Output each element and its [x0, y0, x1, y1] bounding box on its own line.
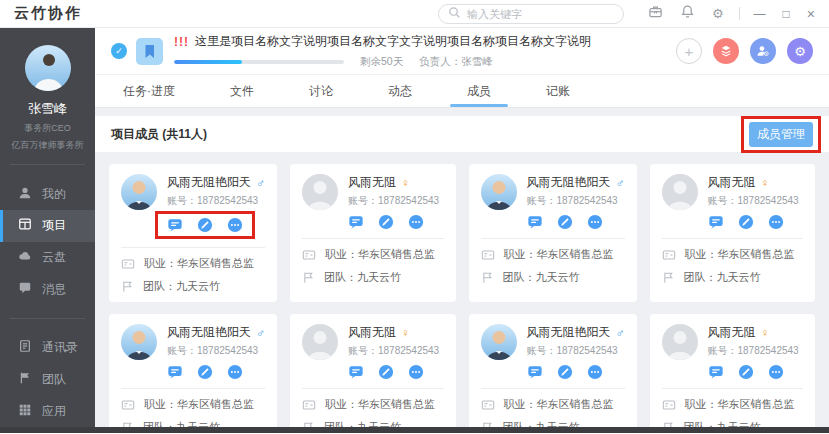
team-flag-icon	[481, 271, 494, 284]
manage-members-button[interactable]: 成员管理	[749, 122, 813, 147]
member-card: 风雨无阻 ♀ 账号：18782542543	[650, 164, 816, 302]
member-avatar[interactable]	[121, 174, 157, 210]
briefcase-icon[interactable]	[648, 4, 663, 23]
gender-icon: ♀	[761, 177, 770, 189]
more-icon[interactable]	[587, 214, 603, 230]
id-card-icon	[302, 398, 316, 412]
chat-icon[interactable]	[167, 217, 183, 233]
edit-icon[interactable]	[738, 214, 754, 230]
member-settings-icon[interactable]	[750, 38, 776, 64]
sidebar-divider	[10, 318, 85, 319]
member-team: 团队：九天云竹	[324, 270, 401, 285]
member-account: 账号：18782542543	[348, 344, 444, 358]
settings-gear-icon[interactable]: ⚙	[787, 38, 813, 64]
member-name: 风雨无阻艳阳天	[527, 324, 611, 341]
chat-icon[interactable]	[527, 214, 543, 230]
edit-icon[interactable]	[557, 364, 573, 380]
apps-icon	[18, 403, 32, 420]
search-icon	[448, 5, 461, 23]
member-avatar[interactable]	[481, 324, 517, 360]
member-job: 职业：华东区销售总监	[685, 397, 795, 412]
tab-bar: 任务·进度 文件 讨论 动态 成员 记账	[95, 75, 829, 108]
member-avatar[interactable]	[302, 174, 338, 210]
id-card-icon	[302, 248, 316, 262]
chat-icon[interactable]	[348, 364, 364, 380]
tab-members[interactable]: 成员	[463, 75, 495, 107]
member-account: 账号：18782542543	[708, 194, 804, 208]
tab-tasks[interactable]: 任务·进度	[119, 75, 179, 107]
member-name: 风雨无阻	[708, 174, 756, 191]
check-icon[interactable]: ✓	[111, 43, 127, 59]
member-avatar[interactable]	[662, 324, 698, 360]
more-icon[interactable]	[408, 214, 424, 230]
sidebar-item-mine[interactable]: 我的	[0, 178, 95, 210]
sidebar-item-messages[interactable]: 消息	[0, 273, 95, 305]
member-card: 风雨无阻 ♀ 账号：18782542543	[650, 314, 816, 427]
chat-icon[interactable]	[527, 364, 543, 380]
gender-icon: ♀	[761, 327, 770, 339]
member-name: 风雨无阻艳阳天	[167, 174, 251, 191]
user-icon	[18, 186, 32, 203]
chat-icon[interactable]	[708, 364, 724, 380]
chat-icon[interactable]	[167, 364, 183, 380]
edit-icon[interactable]	[557, 214, 573, 230]
sidebar-item-label: 云盘	[42, 249, 66, 266]
member-avatar[interactable]	[302, 324, 338, 360]
id-card-icon	[121, 257, 135, 271]
more-icon[interactable]	[227, 217, 243, 233]
card-divider	[662, 238, 804, 239]
more-icon[interactable]	[587, 364, 603, 380]
more-icon[interactable]	[227, 364, 243, 380]
edit-icon[interactable]	[738, 364, 754, 380]
more-icon[interactable]	[768, 364, 784, 380]
search-input[interactable]	[467, 8, 614, 20]
maximize-button[interactable]: □	[783, 8, 790, 20]
member-avatar[interactable]	[662, 174, 698, 210]
more-icon[interactable]	[408, 364, 424, 380]
chat-icon[interactable]	[348, 214, 364, 230]
chat-icon[interactable]	[708, 214, 724, 230]
member-account: 账号：18782542543	[527, 194, 625, 208]
edit-icon[interactable]	[378, 214, 394, 230]
member-card: 风雨无阻艳阳天 ♂ 账号：18782542543	[109, 164, 277, 302]
sidebar-item-contacts[interactable]: 通讯录	[0, 332, 95, 364]
minimize-button[interactable]: —	[754, 8, 766, 20]
member-card: 风雨无阻 ♀ 账号：18782542543	[290, 164, 456, 302]
sidebar-item-label: 项目	[42, 217, 66, 234]
member-account: 账号：18782542543	[708, 344, 804, 358]
member-avatar[interactable]	[121, 324, 157, 360]
close-button[interactable]: ×	[807, 7, 815, 21]
more-icon[interactable]	[768, 214, 784, 230]
edit-icon[interactable]	[378, 364, 394, 380]
edit-icon[interactable]	[197, 364, 213, 380]
team-flag-icon	[302, 421, 315, 427]
sidebar-item-projects[interactable]: 项目	[0, 210, 95, 242]
member-team: 团队：九天云竹	[684, 270, 761, 285]
team-flag-icon	[121, 421, 134, 427]
gender-icon: ♂	[616, 177, 625, 189]
tab-files[interactable]: 文件	[226, 75, 258, 107]
member-job: 职业：华东区销售总监	[144, 397, 254, 412]
edit-icon[interactable]	[197, 217, 213, 233]
sidebar-item-cloud[interactable]: 云盘	[0, 242, 95, 274]
member-job: 职业：华东区销售总监	[325, 247, 435, 262]
member-job: 职业：华东区销售总监	[504, 247, 614, 262]
member-team: 团队：九天云竹	[143, 420, 220, 427]
member-account: 账号：18782542543	[527, 344, 625, 358]
member-avatar[interactable]	[481, 174, 517, 210]
search-box[interactable]	[438, 4, 624, 24]
sidebar-item-apps[interactable]: 应用	[0, 395, 95, 427]
sidebar-item-team[interactable]: 团队	[0, 364, 95, 396]
tab-activity[interactable]: 动态	[384, 75, 416, 107]
gear-icon[interactable]: ⚙	[712, 7, 724, 20]
member-team: 团队：九天云竹	[503, 270, 580, 285]
add-icon[interactable]: +	[676, 38, 702, 64]
tab-discussion[interactable]: 讨论	[305, 75, 337, 107]
avatar[interactable]	[25, 45, 71, 91]
titlebar-divider	[739, 7, 740, 20]
bell-icon[interactable]	[680, 4, 695, 23]
tab-ledger[interactable]: 记账	[542, 75, 574, 107]
card-divider	[302, 238, 444, 239]
member-actions	[348, 364, 444, 380]
layers-icon[interactable]	[713, 38, 739, 64]
